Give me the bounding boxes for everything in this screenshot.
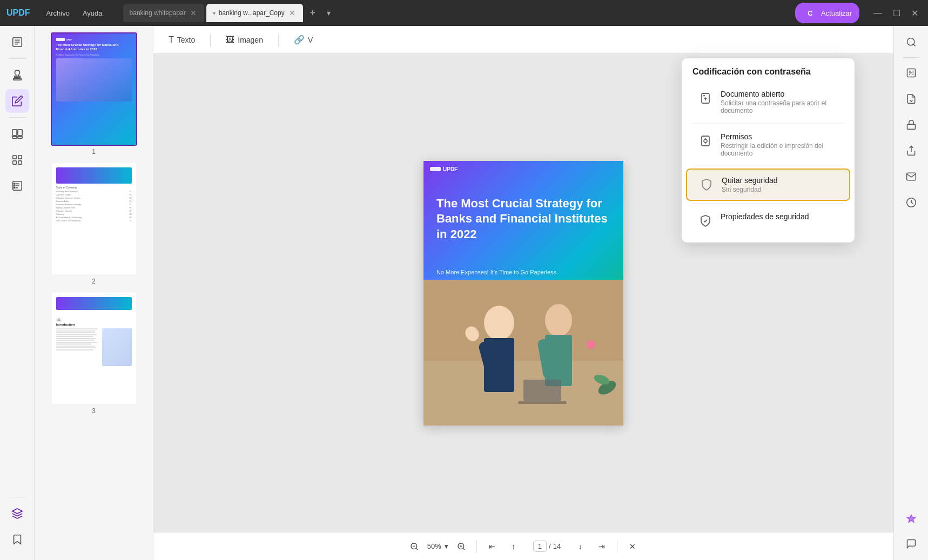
thumb-title-1: The Most Crucial Strategy for Banks and … — [56, 43, 132, 52]
office-scene-svg — [423, 280, 623, 426]
svg-point-44 — [704, 139, 707, 143]
right-convert-icon[interactable] — [899, 87, 923, 111]
toolbar-vector[interactable]: 🔗 V — [290, 32, 317, 47]
svg-point-21 — [484, 306, 514, 340]
viewer-toolbar: T Texto 🖼 Imagen 🔗 V — [153, 26, 893, 54]
thumb-img-3[interactable]: 01 Introduction — [51, 292, 137, 405]
thumb-img-1[interactable]: UPDF The Most Crucial Strategy for Banks… — [51, 32, 137, 146]
panel-title: Codificación con contraseña — [682, 65, 855, 83]
panel-item-propiedades[interactable]: Propiedades de seguridad — [686, 206, 850, 236]
right-history-icon[interactable] — [899, 191, 923, 214]
toolbar-text[interactable]: T Texto — [164, 33, 199, 47]
updf-bar — [430, 167, 441, 171]
sidebar-icon-forms[interactable] — [5, 174, 29, 198]
thumbnail-2[interactable]: Table of Contents Promising Bank Practic… — [51, 162, 137, 285]
menu-bar: Archivo Ayuda — [41, 7, 108, 19]
sidebar-icon-layers[interactable] — [5, 502, 29, 525]
zoom-in-button[interactable] — [453, 538, 470, 555]
thumb-img-2[interactable]: Table of Contents Promising Bank Practic… — [51, 162, 137, 275]
thumb-intro-label: Introduction — [56, 323, 132, 326]
right-ocr-icon[interactable] — [899, 61, 923, 85]
zoom-dropdown-icon[interactable]: ▾ — [445, 542, 448, 550]
thumb-toc: Table of Contents Promising Bank Practic… — [56, 186, 132, 222]
sidebar-icon-edit[interactable] — [5, 89, 29, 113]
left-sidebar — [0, 26, 35, 560]
password-panel: Codificación con contraseña Documento ab… — [682, 58, 855, 242]
right-email-icon[interactable] — [899, 165, 923, 188]
tab-bar: banking whitepapar ✕ ▾ banking w...apar_… — [123, 4, 791, 22]
menu-ayuda[interactable]: Ayuda — [77, 7, 108, 19]
tab-banking-copy[interactable]: ▾ banking w...apar_Copy ✕ — [206, 4, 303, 22]
tab-close-1[interactable]: ✕ — [189, 9, 198, 17]
svg-rect-30 — [523, 380, 561, 401]
permisos-text: Permisos Restringir la edición e impresi… — [721, 132, 839, 157]
close-button[interactable]: ✕ — [908, 7, 922, 19]
sidebar-icon-stamp[interactable] — [5, 63, 29, 87]
right-sidebar — [893, 26, 928, 560]
panel-item-quitar-seguridad[interactable]: Quitar seguridad Sin seguridad — [686, 168, 850, 201]
sidebar-icon-pages[interactable] — [5, 122, 29, 146]
pdf-updf-logo: UPDF — [430, 166, 458, 172]
nav-sep-1 — [476, 540, 477, 553]
svg-rect-5 — [13, 78, 21, 80]
svg-point-32 — [587, 340, 595, 349]
new-tab-button[interactable]: + — [305, 5, 320, 21]
panel-item-permisos[interactable]: Permisos Restringir la edición e impresi… — [686, 126, 850, 164]
right-comment-icon[interactable] — [899, 532, 923, 556]
svg-rect-4 — [14, 76, 20, 78]
svg-rect-11 — [18, 156, 21, 159]
minimize-button[interactable]: — — [870, 7, 885, 19]
next-page-button[interactable]: ↓ — [571, 538, 589, 555]
tabs-dropdown[interactable]: ▾ — [322, 6, 335, 19]
pdf-page-display: UPDF The Most Crucial Strategy for Banks… — [423, 161, 623, 426]
menu-archivo[interactable]: Archivo — [41, 7, 75, 19]
svg-marker-18 — [12, 509, 22, 514]
tab-close-2[interactable]: ✕ — [288, 9, 297, 17]
close-nav-button[interactable]: ✕ — [624, 538, 641, 555]
right-search-icon[interactable] — [899, 30, 923, 54]
permisos-icon — [697, 132, 714, 150]
vector-icon: 🔗 — [294, 35, 305, 45]
update-button[interactable]: C Actualizar — [795, 3, 859, 23]
propiedades-title: Propiedades de seguridad — [721, 212, 809, 221]
tab-banking-whitepapar[interactable]: banking whitepapar ✕ — [123, 4, 204, 22]
nav-sep-2 — [617, 540, 617, 553]
right-ai-icon[interactable] — [899, 508, 923, 532]
sidebar-sep-2 — [9, 117, 26, 118]
maximize-button[interactable]: ☐ — [890, 7, 904, 19]
sidebar-icon-read[interactable] — [5, 30, 29, 54]
last-page-button[interactable]: ⇥ — [593, 538, 610, 555]
sidebar-icon-bookmark[interactable] — [5, 528, 29, 551]
thumb-photo-1 — [56, 58, 132, 102]
svg-point-16 — [14, 185, 15, 186]
zoom-level: 50% — [427, 542, 441, 550]
thumb-page3-content: 01 Introduction — [52, 293, 136, 404]
right-share-icon[interactable] — [899, 139, 923, 163]
svg-rect-43 — [702, 136, 709, 146]
sidebar-icon-organize[interactable] — [5, 148, 29, 172]
svg-rect-10 — [12, 156, 16, 159]
quitar-seguridad-icon — [698, 176, 715, 193]
thumb-page1-content: UPDF The Most Crucial Strategy for Banks… — [52, 33, 136, 145]
svg-point-15 — [14, 183, 15, 184]
thumb-page2-header — [56, 167, 132, 184]
zoom-out-button[interactable] — [406, 538, 423, 555]
panel-item-open-doc[interactable]: Documento abierto Solicitar una contrase… — [686, 83, 850, 121]
thumbnail-1[interactable]: UPDF The Most Crucial Strategy for Banks… — [51, 32, 137, 156]
main-area: UPDF The Most Crucial Strategy for Banks… — [0, 26, 928, 560]
thumb-subtitle-1: No More Expenses! It's Time to Go Paperl… — [56, 53, 132, 56]
thumbnail-3[interactable]: 01 Introduction — [51, 292, 137, 415]
pdf-viewer: T Texto 🖼 Imagen 🔗 V UPDF — [153, 26, 893, 560]
svg-point-26 — [545, 304, 572, 336]
title-bar: UPDF Archivo Ayuda banking whitepapar ✕ … — [0, 0, 928, 26]
svg-line-46 — [913, 44, 915, 46]
window-controls: — ☐ ✕ — [870, 7, 922, 19]
toolbar-sep-1 — [210, 33, 211, 46]
toolbar-image[interactable]: 🖼 Imagen — [221, 33, 267, 47]
first-page-button[interactable]: ⇤ — [483, 538, 501, 555]
right-sep-1 — [903, 57, 920, 58]
prev-page-button[interactable]: ↑ — [505, 538, 522, 555]
page-current-input[interactable]: 1 — [533, 541, 547, 552]
image-icon: 🖼 — [226, 35, 234, 45]
right-lock-icon[interactable] — [899, 113, 923, 137]
